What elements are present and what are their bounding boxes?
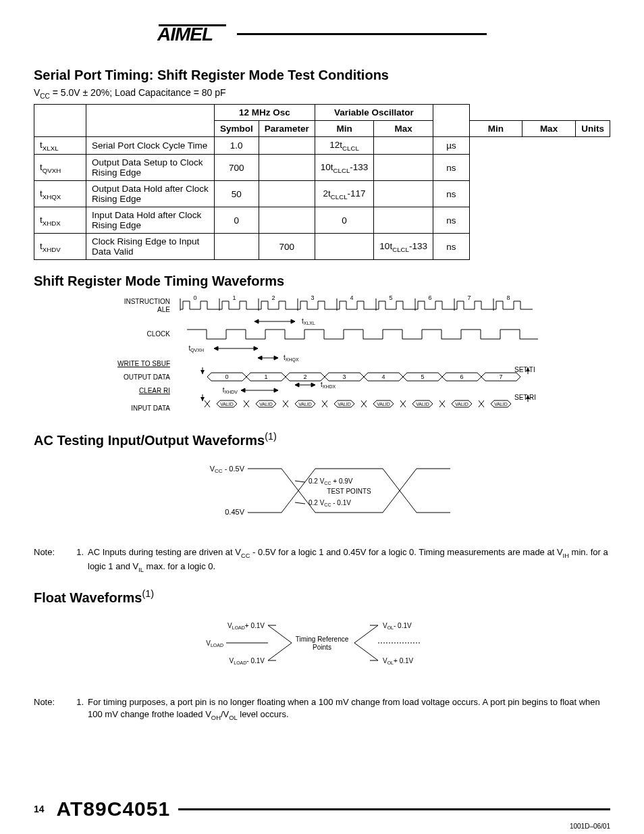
svg-marker-32 [214, 346, 218, 350]
col-varosc: Variable Oscillator [315, 104, 433, 120]
svg-text:VALID: VALID [455, 402, 468, 407]
svg-text:VOL- 0.1V: VOL- 0.1V [383, 622, 412, 630]
col-minvar: Min [469, 120, 522, 136]
svg-text:1: 1 [264, 373, 267, 380]
section3-note: Note: 1. AC Inputs during testing are dr… [34, 546, 610, 574]
svg-text:AIMEL: AIMEL [157, 24, 213, 45]
svg-text:7: 7 [499, 373, 502, 380]
svg-text:CLEAR RI: CLEAR RI [139, 387, 170, 394]
atmel-logo-icon: AIMEL [157, 20, 232, 47]
svg-text:4: 4 [350, 296, 353, 301]
svg-text:OUTPUT DATA: OUTPUT DATA [124, 373, 170, 381]
svg-text:3: 3 [342, 373, 346, 380]
col-units [433, 104, 470, 136]
svg-text:WRITE TO SBUF: WRITE TO SBUF [117, 360, 170, 367]
svg-text:CLOCK: CLOCK [147, 330, 171, 338]
header-rule [237, 33, 487, 35]
svg-text:VALID: VALID [298, 402, 312, 407]
svg-text:VLOAD- 0.1V: VLOAD- 0.1V [230, 657, 265, 665]
svg-text:VALID: VALID [338, 402, 351, 407]
section4-note: Note: 1. For timing purposes, a port pin… [34, 696, 610, 723]
svg-text:SET TI: SET TI [514, 366, 535, 373]
section2-title: Shift Register Mode Timing Waveforms [34, 273, 610, 289]
svg-text:tXHDX: tXHDX [321, 381, 336, 389]
svg-text:4: 4 [381, 373, 385, 380]
svg-text:5: 5 [421, 373, 424, 380]
col-units2: Units [576, 120, 610, 136]
col-symbol: Symbol [214, 120, 259, 136]
svg-text:VALID: VALID [259, 402, 273, 407]
svg-marker-40 [200, 370, 205, 374]
svg-text:2: 2 [303, 373, 306, 380]
document-id: 1001D–06/01 [570, 823, 610, 830]
header-logo-row: AIMEL [34, 20, 610, 47]
svg-line-88 [295, 502, 305, 504]
svg-text:tXHQX: tXHQX [284, 354, 299, 363]
table-row: tXHDVClock Rising Edge to Input Data Val… [34, 234, 610, 260]
table-row: tXLXLSerial Port Clock Cycle Time1.012tC… [34, 136, 610, 155]
svg-text:tQVXH: tQVXH [188, 344, 204, 353]
svg-text:ALE: ALE [157, 306, 170, 313]
svg-marker-37 [274, 356, 278, 360]
svg-marker-54 [311, 383, 315, 387]
svg-text:0.45V: 0.45V [225, 508, 244, 516]
svg-text:SET RI: SET RI [514, 394, 536, 401]
svg-text:0.2 VCC - 0.1V: 0.2 VCC - 0.1V [308, 499, 351, 507]
table-row: tXHDXInput Data Hold after Clock Rising … [34, 207, 610, 234]
svg-text:VALID: VALID [220, 402, 234, 407]
svg-text:VLOAD: VLOAD [206, 640, 223, 648]
svg-line-100 [354, 625, 378, 643]
svg-text:0: 0 [225, 373, 228, 380]
svg-text:VALID: VALID [377, 402, 390, 407]
svg-line-85 [295, 481, 305, 482]
svg-marker-36 [258, 356, 262, 360]
col-12mhz: 12 MHz Osc [214, 104, 315, 120]
svg-text:Points: Points [313, 644, 331, 651]
test-conditions: VCC = 5.0V ± 20%; Load Capacitance = 80 … [34, 87, 610, 100]
svg-text:6: 6 [428, 296, 431, 301]
svg-marker-58 [274, 388, 278, 392]
page-number: 14 [34, 804, 45, 814]
timing-table: 12 MHz Osc Variable Oscillator Symbol Pa… [34, 104, 610, 261]
svg-text:Timing Reference: Timing Reference [296, 635, 349, 643]
svg-text:8: 8 [506, 296, 510, 301]
page-footer: 14 AT89C4051 [34, 798, 610, 820]
svg-text:0.2 VCC + 0.9V: 0.2 VCC + 0.9V [308, 477, 353, 486]
table-row: tXHQXOutput Data Hold after Clock Rising… [34, 181, 610, 207]
section4-title: Float Waveforms(1) [34, 588, 610, 606]
svg-text:INSTRUCTION: INSTRUCTION [124, 298, 170, 305]
svg-text:3: 3 [311, 296, 314, 301]
svg-text:VALID: VALID [494, 402, 508, 407]
svg-marker-28 [254, 319, 259, 323]
col-parameter: Parameter [259, 120, 315, 136]
svg-line-101 [354, 643, 378, 660]
svg-text:tXLXL: tXLXL [302, 317, 315, 325]
svg-marker-57 [241, 388, 245, 392]
svg-text:5: 5 [389, 296, 392, 301]
col-max12: Max [374, 120, 433, 136]
part-number: AT89C4051 [57, 798, 171, 820]
svg-line-96 [268, 625, 292, 643]
col-maxvar: Max [522, 120, 575, 136]
svg-marker-61 [200, 397, 205, 401]
svg-text:VLOAD+ 0.1V: VLOAD+ 0.1V [227, 622, 265, 630]
svg-text:7: 7 [467, 296, 471, 301]
svg-marker-33 [254, 346, 258, 350]
section3-title: AC Testing Input/Output Waveforms(1) [34, 431, 610, 448]
svg-text:TEST POINTS: TEST POINTS [327, 488, 371, 495]
svg-text:1: 1 [232, 296, 236, 301]
svg-text:INPUT DATA: INPUT DATA [131, 405, 170, 412]
svg-rect-1 [159, 24, 226, 26]
float-waveform-diagram: VLOAD+ 0.1V VLOAD VLOAD- 0.1V VOL- 0.1V … [34, 612, 610, 679]
svg-text:VOL+ 0.1V: VOL+ 0.1V [383, 657, 414, 665]
col-min12: Min [315, 120, 374, 136]
svg-text:VALID: VALID [416, 402, 429, 407]
svg-text:2: 2 [271, 296, 275, 301]
svg-text:tXHDV: tXHDV [223, 386, 238, 394]
table-row: tQVXHOutput Data Setup to Clock Rising E… [34, 155, 610, 181]
svg-marker-29 [291, 319, 295, 323]
svg-text:6: 6 [460, 373, 463, 380]
svg-text:VCC - 0.5V: VCC - 0.5V [210, 465, 245, 474]
svg-marker-53 [295, 383, 299, 387]
ac-testing-waveform-diagram: VCC - 0.5V 0.45V 0.2 VCC + 0.9V TEST POI… [34, 455, 610, 529]
